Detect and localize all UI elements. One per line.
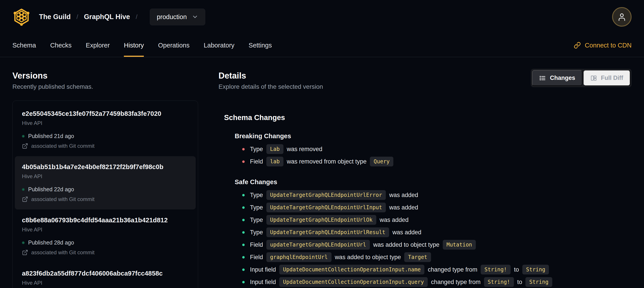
tab-settings[interactable]: Settings xyxy=(249,34,272,57)
top-bar: The Guild / GraphQL Hive / production xyxy=(0,0,644,34)
view-toggle-full-diff[interactable]: Full Diff xyxy=(583,70,630,86)
change-text: Field xyxy=(250,158,263,165)
version-published-row: Published 22d ago xyxy=(22,186,188,193)
schema-changes-block: Schema Changes Breaking ChangesTypeLabwa… xyxy=(224,113,632,288)
version-published-text: Published 28d ago xyxy=(28,239,74,246)
version-git-text: associated with Git commit xyxy=(31,143,94,149)
breadcrumb-separator: / xyxy=(76,13,78,21)
connect-to-cdn-link[interactable]: Connect to CDN xyxy=(574,34,632,57)
change-text: was added xyxy=(380,216,409,223)
code-chip: Mutation xyxy=(443,240,476,250)
version-git-text: associated with Git commit xyxy=(31,249,94,256)
version-list-item[interactable]: e2e55045345ce13fe07f52a77459b83fa3fe7020… xyxy=(15,103,196,156)
change-text: Input field xyxy=(250,279,276,285)
safe-bullet-icon xyxy=(242,281,245,283)
external-link-icon xyxy=(22,143,28,149)
code-chip: updateTargetGraphQLEndpointUrl xyxy=(266,240,370,250)
version-service-name: Hive API xyxy=(22,120,188,126)
target-select-dropdown[interactable]: production xyxy=(150,9,205,25)
versions-subtitle: Recently published schemas. xyxy=(12,83,198,90)
safe-bullet-icon xyxy=(242,219,245,221)
change-row: TypeUpdateTargetGraphQLEndpointUrlOkwas … xyxy=(235,214,632,226)
version-hash: 4b05ab51b1b4a7e2e4b0ef82172f2b9f7ef98c0b xyxy=(22,163,188,171)
target-select-value: production xyxy=(157,13,186,21)
change-text: Field xyxy=(250,254,263,261)
version-published-text: Published 22d ago xyxy=(28,186,74,193)
safe-bullet-icon xyxy=(242,244,245,246)
safe-bullet-icon xyxy=(242,231,245,234)
change-row: Fieldlabwas removed from object typeQuer… xyxy=(235,155,632,168)
external-link-icon xyxy=(22,196,28,202)
change-text: Type xyxy=(250,204,263,211)
code-chip: graphqlEndpointUrl xyxy=(266,252,332,262)
breaking-bullet-icon xyxy=(242,160,245,163)
change-text: Type xyxy=(250,192,263,199)
user-avatar-button[interactable] xyxy=(612,7,632,27)
version-hash: e2e55045345ce13fe07f52a77459b83fa3fe7020 xyxy=(22,110,188,117)
change-text: was removed from object type xyxy=(287,158,366,165)
code-chip: Query xyxy=(370,157,393,166)
view-toggle-group: ChangesFull Diff xyxy=(531,69,632,87)
main-content: Versions Recently published schemas. e2e… xyxy=(0,57,644,288)
version-list-item[interactable]: 4b05ab51b1b4a7e2e4b0ef82172f2b9f7ef98c0b… xyxy=(15,156,196,209)
tab-operations[interactable]: Operations xyxy=(158,34,190,57)
nav-tabs: SchemaChecksExplorerHistoryOperationsLab… xyxy=(12,34,272,57)
version-hash: a823f6db2a55df877dcf406006abca97fcc4858c xyxy=(22,270,188,277)
details-header: Details Explore details of the selected … xyxy=(218,68,632,90)
tab-history[interactable]: History xyxy=(124,34,144,57)
change-row: TypeUpdateTargetGraphQLEndpointUrlResult… xyxy=(235,226,632,238)
change-text: was added to object type xyxy=(335,254,401,261)
view-toggle-changes[interactable]: Changes xyxy=(532,70,582,86)
version-service-name: Hive API xyxy=(22,173,188,179)
code-chip: String! xyxy=(481,265,510,274)
tab-checks[interactable]: Checks xyxy=(50,34,72,57)
change-row: TypeLabwas removed xyxy=(235,143,632,155)
details-panel: Details Explore details of the selected … xyxy=(218,68,632,288)
change-row: FieldupdateTargetGraphQLEndpointUrlwas a… xyxy=(235,238,632,251)
versions-title: Versions xyxy=(12,71,198,81)
code-chip: Lab xyxy=(266,144,284,154)
change-text: was added xyxy=(389,204,418,211)
change-row: TypeUpdateTargetGraphQLEndpointUrlErrorw… xyxy=(235,189,632,201)
tab-schema[interactable]: Schema xyxy=(12,34,36,57)
breadcrumb-project[interactable]: GraphQL Hive xyxy=(84,13,130,21)
full-diff-columns-icon xyxy=(590,75,597,81)
safe-bullet-icon xyxy=(242,206,245,209)
change-sections: Breaking ChangesTypeLabwas removedFieldl… xyxy=(224,132,632,288)
change-text: Type xyxy=(250,229,263,236)
hive-logo-icon[interactable] xyxy=(12,8,30,26)
version-service-name: Hive API xyxy=(22,226,188,233)
change-text: was added xyxy=(389,192,418,199)
change-text: was added to object type xyxy=(373,241,440,248)
code-chip: UpdateTargetGraphQLEndpointUrlInput xyxy=(266,203,386,212)
change-text: Input field xyxy=(250,266,276,273)
version-service-name: Hive API xyxy=(22,280,188,286)
breadcrumb-org[interactable]: The Guild xyxy=(39,13,71,21)
change-text: to xyxy=(517,279,522,285)
safe-changes-title: Safe Changes xyxy=(235,178,632,186)
version-git-link[interactable]: associated with Git commit xyxy=(22,196,188,202)
version-hash: c8b6e88a06793b9c4dfd54aaa21b36a1b421d812 xyxy=(22,216,188,224)
change-row: FieldgraphqlEndpointUrlwas added to obje… xyxy=(235,251,632,263)
code-chip: UpdateTargetGraphQLEndpointUrlOk xyxy=(266,215,376,225)
tab-laboratory[interactable]: Laboratory xyxy=(204,34,234,57)
versions-panel: Versions Recently published schemas. e2e… xyxy=(12,68,198,288)
version-list-item[interactable]: c8b6e88a06793b9c4dfd54aaa21b36a1b421d812… xyxy=(15,209,196,263)
changes-list-icon xyxy=(539,75,546,81)
change-text: to xyxy=(514,266,519,273)
version-git-link[interactable]: associated with Git commit xyxy=(22,143,188,149)
code-chip: Target xyxy=(404,252,431,262)
published-status-dot-icon xyxy=(22,135,24,138)
version-list-item[interactable]: a823f6db2a55df877dcf406006abca97fcc4858c… xyxy=(15,263,196,288)
toggle-label: Full Diff xyxy=(601,75,623,81)
change-text: was added xyxy=(392,229,422,236)
safe-bullet-icon xyxy=(242,194,245,196)
version-git-link[interactable]: associated with Git commit xyxy=(22,249,188,256)
details-heading-group: Details Explore details of the selected … xyxy=(218,68,323,90)
code-chip: UpdateTargetGraphQLEndpointUrlError xyxy=(266,190,386,200)
details-subtitle: Explore details of the selected version xyxy=(218,83,323,90)
tab-explorer[interactable]: Explorer xyxy=(86,34,110,57)
breaking-changes-list: TypeLabwas removedFieldlabwas removed fr… xyxy=(235,143,632,168)
details-title: Details xyxy=(218,71,323,81)
code-chip: String! xyxy=(484,277,514,287)
